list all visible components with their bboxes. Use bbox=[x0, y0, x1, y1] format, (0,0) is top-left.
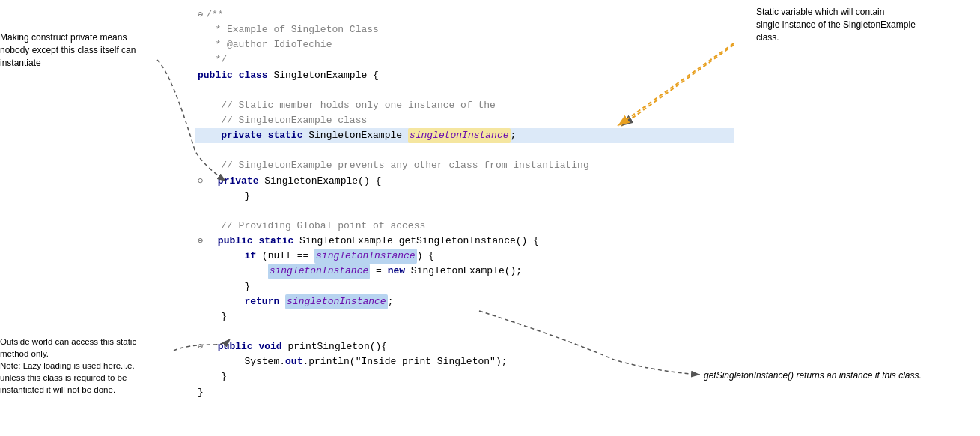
collapse-4[interactable]: ⊖ bbox=[198, 340, 203, 354]
code-line-blank3 bbox=[195, 204, 734, 219]
annotation-top-left: Making construct private means nobody ex… bbox=[0, 31, 157, 69]
code-line-blank2 bbox=[195, 143, 734, 158]
code-line-19: } bbox=[195, 279, 734, 294]
code-line-1: ⊖/** bbox=[195, 7, 734, 22]
code-line-13: } bbox=[195, 189, 734, 204]
code-line-3: * @author IdioTechie bbox=[195, 37, 734, 52]
code-line-8: // SingletonExample class bbox=[195, 113, 734, 128]
code-line-12: ⊖ private SingletonExample() { bbox=[195, 174, 734, 189]
code-line-4: */ bbox=[195, 52, 734, 67]
code-line-16: ⊖ public static SingletonExample getSing… bbox=[195, 234, 734, 249]
annotation-top-right: Static variable which will contain singl… bbox=[756, 6, 973, 43]
code-line-blank1 bbox=[195, 83, 734, 98]
annotation-bottom-right: getSingletonInstance() returns an instan… bbox=[704, 369, 973, 382]
code-line-20: return singletonInstance; bbox=[195, 294, 734, 309]
code-line-17: if (null == singletonInstance) { bbox=[195, 249, 734, 264]
code-line-26: } bbox=[195, 385, 734, 400]
code-line-18: singletonInstance = new SingletonExample… bbox=[195, 264, 734, 279]
page-container: ⊖/** * Example of Singleton Class * @aut… bbox=[0, 0, 980, 436]
code-panel: ⊖/** * Example of Singleton Class * @aut… bbox=[195, 7, 734, 400]
collapse-3[interactable]: ⊖ bbox=[198, 234, 203, 249]
code-line-11: // SingletonExample prevents any other c… bbox=[195, 158, 734, 173]
annotation-bottom-left: Outside world can access this static met… bbox=[0, 336, 172, 396]
code-line-25: } bbox=[195, 369, 734, 384]
code-line-24: System.out.println("Inside print Singlet… bbox=[195, 354, 734, 369]
code-line-15: // Providing Global point of access bbox=[195, 219, 734, 234]
collapse-2[interactable]: ⊖ bbox=[198, 175, 203, 189]
code-line-7: // Static member holds only one instance… bbox=[195, 98, 734, 113]
code-line-23: ⊖ public void printSingleton(){ bbox=[195, 339, 734, 354]
code-line-blank4 bbox=[195, 324, 734, 339]
code-line-21: } bbox=[195, 309, 734, 324]
collapse-1[interactable]: ⊖ bbox=[198, 8, 203, 22]
code-line-9: private static SingletonExample singleto… bbox=[195, 128, 734, 143]
code-line-5: public class SingletonExample { bbox=[195, 68, 734, 83]
code-line-2: * Example of Singleton Class bbox=[195, 22, 734, 37]
